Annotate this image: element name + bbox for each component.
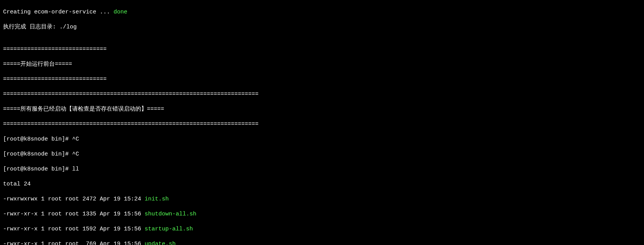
terminal-line: -rwxr-xr-x 1 root root 1335 Apr 19 15:56… [3, 210, 641, 218]
ls-meta: -rwxr-xr-x 1 root root 1592 Apr 19 15:56 [3, 226, 145, 232]
terminal-line: [root@k8snode bin]# ^C [3, 136, 641, 143]
terminal-line: =====开始运行前台===== [3, 61, 641, 68]
file-name: shutdown-all.sh [145, 211, 196, 217]
terminal-line: -rwxr-xr-x 1 root root 1592 Apr 19 15:56… [3, 225, 641, 233]
terminal-line: -rwxr-xr-x 1 root root 769 Apr 19 15:56 … [3, 240, 641, 245]
terminal-line: [root@k8snode bin]# ll [3, 166, 641, 173]
terminal-line: ========================================… [3, 121, 641, 128]
terminal-line: Creating ecom-order-service ... done [3, 8, 641, 16]
ls-meta: -rwxr-xr-x 1 root root 1335 Apr 19 15:56 [3, 211, 145, 217]
terminal-line: ============================== [3, 76, 641, 83]
terminal-line: 执行完成 日志目录: ./log [3, 23, 641, 31]
ls-meta: -rwxr-xr-x 1 root root 769 Apr 19 15:56 [3, 241, 145, 245]
file-name: startup-all.sh [145, 226, 193, 232]
file-name: init.sh [145, 196, 169, 202]
ls-meta: -rwxrwxrwx 1 root root 2472 Apr 19 15:24 [3, 196, 145, 202]
terminal-output[interactable]: Creating ecom-order-service ... done 执行完… [0, 0, 644, 245]
terminal-line: =====所有服务已经启动【请检查是否存在错误启动的】===== [3, 106, 641, 113]
terminal-line: [root@k8snode bin]# ^C [3, 151, 641, 158]
text: Creating ecom-order-service ... [3, 9, 114, 15]
terminal-line: total 24 [3, 180, 641, 188]
terminal-line: ========================================… [3, 91, 641, 98]
terminal-line: -rwxrwxrwx 1 root root 2472 Apr 19 15:24… [3, 195, 641, 203]
file-name: update.sh [145, 241, 176, 245]
terminal-line: ============================== [3, 46, 641, 53]
status-done: done [114, 9, 127, 15]
